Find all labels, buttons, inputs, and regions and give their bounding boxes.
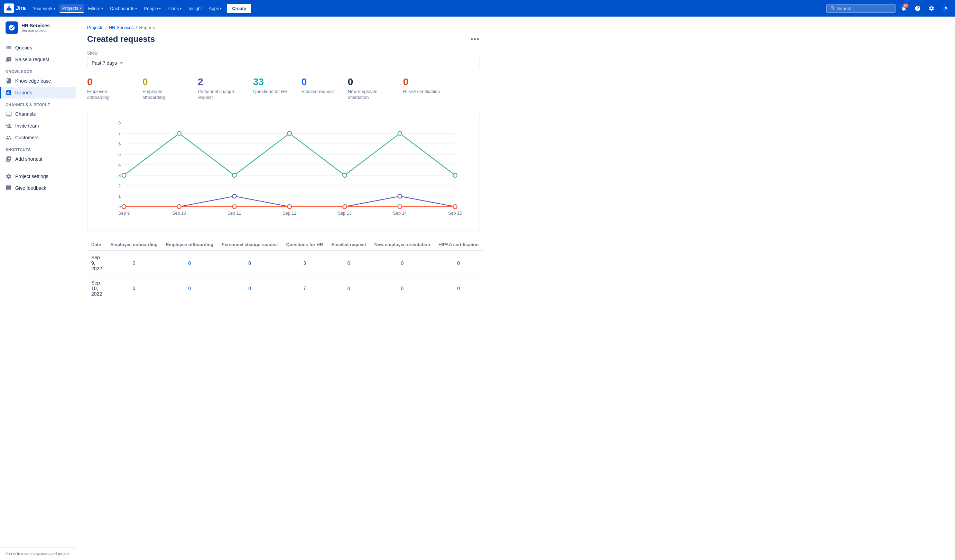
table-cell-value: 0 — [370, 250, 434, 276]
app-logo[interactable]: Jira — [4, 3, 26, 13]
atlassian-switcher[interactable] — [940, 3, 951, 14]
queues-icon — [6, 45, 12, 51]
svg-point-25 — [398, 131, 402, 136]
sidebar-item-label: Project settings — [15, 174, 49, 179]
search-box[interactable]: Search — [827, 4, 896, 13]
time-filter-dropdown[interactable]: Past 7 days — [87, 58, 480, 68]
chart-xlabels: Sep 9Sep 10Sep 11Sep 12Sep 13Sep 14Sep 1… — [118, 211, 462, 216]
chevron-down-icon — [119, 61, 124, 65]
channels-section-label: CHANNELS & PEOPLE — [0, 99, 76, 108]
nav-people[interactable]: People ▾ — [141, 5, 163, 13]
sidebar-item-give-feedback[interactable]: Give feedback — [0, 182, 76, 194]
settings-button[interactable] — [926, 3, 937, 14]
svg-text:7: 7 — [118, 131, 121, 136]
svg-point-29 — [232, 194, 236, 199]
nav-insight[interactable]: Insight — [186, 5, 204, 13]
sidebar-item-project-settings[interactable]: Project settings — [0, 171, 76, 182]
nav-plans[interactable]: Plans ▾ — [165, 5, 185, 13]
table-header-cell: Questions for HR — [282, 239, 327, 250]
table-cell-value: 3 — [282, 250, 327, 276]
table-header-cell: Personnel change request — [218, 239, 282, 250]
stat-item: 0New employee orientation — [348, 77, 389, 100]
sidebar-item-raise-request[interactable]: Raise a request — [0, 53, 76, 65]
stat-item: 33Questions for HR — [253, 77, 288, 100]
nav-filters[interactable]: Filters ▾ — [85, 5, 106, 13]
svg-text:Sep 13: Sep 13 — [338, 211, 352, 216]
show-filter-section: Show Past 7 days — [87, 51, 480, 68]
feedback-icon — [6, 185, 12, 191]
svg-point-35 — [177, 205, 181, 209]
more-options-button[interactable]: ••• — [471, 35, 480, 43]
stat-label: Personnel change request — [198, 89, 239, 100]
raise-icon — [6, 56, 12, 63]
table-cell-value: 0 — [370, 275, 434, 301]
breadcrumb: Projects / HR Services / Reports — [87, 25, 480, 30]
table-cell-value: 0 — [218, 275, 282, 301]
project-header[interactable]: HR Services Service project — [0, 17, 76, 39]
sidebar-item-channels[interactable]: Channels — [0, 108, 76, 120]
page-content: Projects / HR Services / Reports Created… — [76, 17, 491, 310]
caret-icon: ▾ — [135, 6, 137, 10]
svg-text:Sep 9: Sep 9 — [118, 211, 130, 216]
atlassian-icon — [942, 5, 949, 12]
chart-lines — [122, 131, 457, 209]
table-header-cell: Employee onboarding — [106, 239, 162, 250]
stat-value: 33 — [253, 77, 288, 88]
svg-text:Sep 12: Sep 12 — [282, 211, 296, 216]
caret-icon: ▾ — [101, 6, 103, 10]
nav-left: Jira Your work ▾ Projects ▾ Filters ▾ Da… — [4, 3, 251, 13]
jira-wordmark: Jira — [16, 5, 26, 11]
stat-label: Questions for HR — [253, 89, 288, 95]
project-icon — [6, 22, 18, 34]
stat-item: 0Employee onboarding — [87, 77, 128, 100]
svg-text:5: 5 — [118, 152, 121, 157]
sidebar-navigation: Queues Raise a request KNOWLEDGE Knowled… — [0, 39, 76, 547]
sidebar-item-label: Add shortcut — [15, 156, 42, 162]
svg-text:3: 3 — [118, 173, 121, 178]
sidebar-item-knowledge-base[interactable]: Knowledge base — [0, 75, 76, 87]
breadcrumb-current: Reports — [139, 25, 155, 30]
svg-point-21 — [177, 131, 181, 136]
svg-text:1: 1 — [118, 194, 121, 199]
sidebar-item-label: Channels — [15, 111, 36, 117]
page-header: Created requests ••• — [87, 34, 480, 44]
help-button[interactable] — [912, 3, 923, 14]
stat-item: 0HIPAA certification — [403, 77, 440, 100]
nav-your-work[interactable]: Your work ▾ — [30, 5, 58, 13]
stat-value: 2 — [198, 77, 239, 88]
svg-point-0 — [831, 6, 834, 9]
nav-projects[interactable]: Projects ▾ — [59, 4, 84, 13]
table-header-cell: Date — [87, 239, 106, 250]
table-body: Sep 9, 20220003000Sep 10, 20220007000 — [87, 250, 483, 301]
breadcrumb-hr-services[interactable]: HR Services — [109, 25, 134, 30]
svg-point-38 — [343, 205, 347, 209]
svg-point-20 — [122, 173, 126, 177]
sidebar-item-reports[interactable]: Reports — [0, 87, 76, 99]
notifications-button[interactable]: 9+ — [898, 3, 910, 14]
table-cell-date: Sep 9, 2022 — [87, 250, 106, 276]
nav-apps[interactable]: Apps ▾ — [206, 5, 225, 13]
svg-text:6: 6 — [118, 142, 121, 147]
breadcrumb-projects[interactable]: Projects — [87, 25, 103, 30]
breadcrumb-sep: / — [136, 25, 137, 30]
sidebar-item-customers[interactable]: Customers — [0, 132, 76, 144]
create-button[interactable]: Create — [227, 4, 250, 13]
nav-dashboards[interactable]: Dashboards ▾ — [107, 5, 140, 13]
table-header-cell: Emailed request — [327, 239, 370, 250]
reports-icon — [6, 89, 12, 96]
search-icon — [830, 6, 835, 11]
stat-label: Employee offboarding — [142, 89, 184, 100]
stat-value: 0 — [302, 77, 334, 88]
sidebar-item-invite-team[interactable]: Invite team — [0, 120, 76, 132]
svg-point-40 — [453, 205, 457, 209]
table-cell-value: 0 — [434, 275, 483, 301]
sidebar-item-add-shortcut[interactable]: Add shortcut — [0, 153, 76, 165]
sidebar-item-label: Queues — [15, 45, 32, 50]
caret-icon: ▾ — [159, 6, 161, 10]
svg-text:2: 2 — [118, 183, 121, 188]
svg-text:8: 8 — [118, 120, 121, 125]
sidebar-item-queues[interactable]: Queues — [0, 42, 76, 53]
invite-icon — [6, 123, 12, 129]
data-table: DateEmployee onboardingEmployee offboard… — [87, 239, 483, 301]
svg-point-37 — [288, 205, 292, 209]
